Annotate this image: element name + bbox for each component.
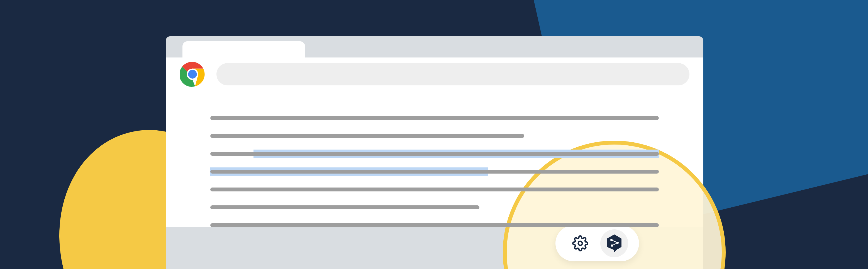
svg-point-2 (188, 70, 197, 78)
address-bar[interactable] (216, 63, 689, 85)
share-button[interactable] (600, 230, 628, 257)
text-placeholder-line (210, 152, 659, 156)
gear-icon (572, 235, 588, 251)
text-placeholder-line (210, 134, 524, 138)
settings-button[interactable] (566, 230, 594, 257)
browser-toolbar (166, 57, 703, 91)
svg-point-3 (578, 241, 583, 246)
text-placeholder-line (210, 170, 659, 173)
text-placeholder-line (210, 116, 659, 120)
hex-share-icon (606, 234, 623, 253)
text-placeholder-line (210, 205, 479, 209)
browser-tab-strip (166, 36, 703, 57)
browser-tab[interactable] (182, 41, 305, 57)
browser-window (166, 36, 703, 269)
chrome-logo-icon (180, 61, 205, 87)
extension-toolbar (555, 225, 639, 261)
text-placeholder-line (210, 188, 659, 191)
text-placeholder-line (210, 223, 659, 227)
